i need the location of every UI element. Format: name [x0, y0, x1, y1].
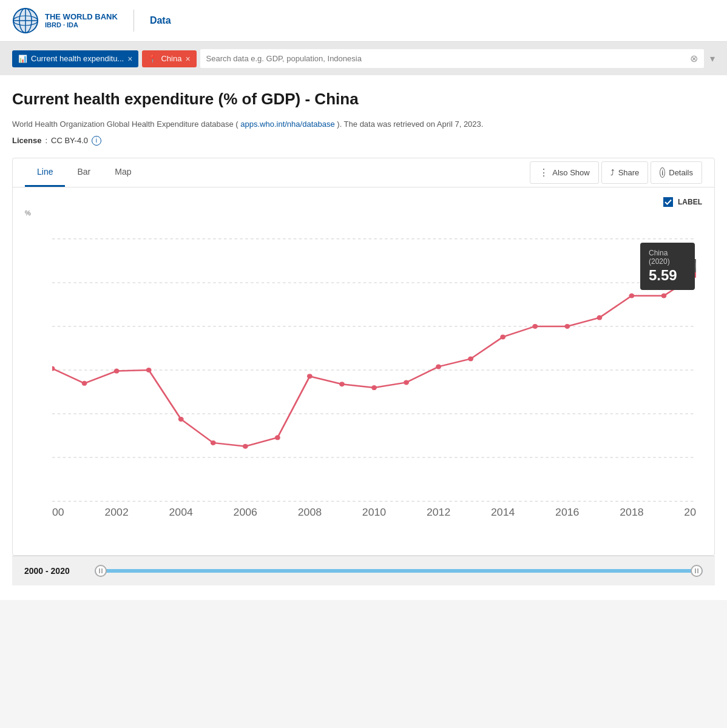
y-axis-label: % — [25, 209, 31, 217]
header-divider — [134, 10, 134, 32]
data-point — [114, 368, 120, 373]
handle-grip — [697, 568, 698, 573]
svg-text:2014: 2014 — [491, 507, 515, 518]
also-show-label: Also Show — [552, 168, 589, 177]
handle-grip — [99, 568, 100, 573]
svg-text:2020: 2020 — [684, 507, 696, 518]
license-row: License : CC BY-4.0 i — [12, 136, 715, 146]
label-row: LABEL — [25, 197, 702, 207]
source-link[interactable]: apps.who.int/nha/database — [240, 120, 334, 129]
data-point — [597, 315, 602, 320]
slider-track — [95, 569, 703, 573]
share-icon: ⤴ — [610, 168, 615, 177]
data-point — [243, 443, 248, 448]
chart-inner: LABEL % — [13, 187, 714, 555]
svg-text:2012: 2012 — [427, 507, 450, 518]
license-label: License — [12, 136, 41, 145]
data-point — [468, 356, 473, 361]
svg-text:2016: 2016 — [555, 507, 579, 518]
chart-area: % — [25, 209, 702, 549]
tab-line[interactable]: Line — [25, 158, 65, 187]
data-point — [500, 334, 506, 339]
slider-handle-left[interactable] — [95, 565, 107, 577]
data-point — [629, 293, 634, 298]
bottom-bar: 2000 - 2020 — [12, 556, 715, 585]
svg-text:2008: 2008 — [298, 507, 322, 518]
search-input[interactable] — [206, 54, 685, 63]
chart-container: Line Bar Map ⋮ Also Show ⤴ Share i Detai… — [12, 158, 715, 556]
info-icon[interactable]: i — [92, 136, 101, 146]
search-bar: 📊 Current health expenditu... × 📍 China … — [0, 42, 727, 75]
label-checkbox[interactable] — [663, 197, 673, 207]
tooltip-country: China — [649, 249, 686, 257]
range-slider[interactable] — [95, 569, 703, 573]
location-tag-close[interactable]: × — [185, 54, 190, 64]
search-input-wrapper: ⊗ — [200, 49, 704, 68]
svg-text:2002: 2002 — [104, 507, 128, 518]
chart-icon: 📊 — [18, 55, 27, 63]
search-clear-icon[interactable]: ⊗ — [690, 53, 698, 64]
data-point — [211, 440, 216, 445]
data-point — [532, 324, 538, 329]
page-title: Current health expenditure (% of GDP) - … — [12, 90, 715, 109]
svg-text:2004: 2004 — [169, 507, 193, 518]
data-point — [661, 293, 667, 298]
data-point — [436, 364, 441, 369]
data-point — [178, 417, 184, 422]
share-button[interactable]: ⤴ Share — [601, 161, 649, 184]
details-icon: i — [660, 167, 665, 178]
world-bank-logo-icon — [12, 7, 39, 34]
handle-grip — [695, 568, 696, 573]
chart-tabs: Line Bar Map ⋮ Also Show ⤴ Share i Detai… — [13, 158, 714, 187]
data-point — [307, 374, 313, 379]
data-point — [146, 368, 152, 372]
logo-text: THE WORLD BANK IBRD · IDA — [45, 12, 118, 30]
tooltip-year: (2020) — [649, 257, 686, 266]
share-label: Share — [618, 168, 640, 177]
source-text: World Health Organization Global Health … — [12, 118, 715, 131]
license-value: CC BY-4.0 — [51, 136, 88, 145]
handle-grip — [101, 568, 103, 573]
data-point — [404, 380, 409, 385]
tab-map[interactable]: Map — [103, 158, 143, 187]
header: THE WORLD BANK IBRD · IDA Data — [0, 0, 727, 42]
svg-text:2000: 2000 — [52, 507, 64, 518]
search-dropdown-icon[interactable]: ▾ — [710, 53, 715, 64]
location-icon: 📍 — [148, 55, 157, 63]
data-line — [52, 275, 696, 447]
indicator-tag-label: Current health expenditu... — [31, 54, 124, 63]
data-point — [564, 324, 570, 329]
chart-tooltip: China (2020) 5.59 — [640, 243, 695, 290]
logo-area: THE WORLD BANK IBRD · IDA Data — [12, 7, 171, 34]
indicator-tag[interactable]: 📊 Current health expenditu... × — [12, 50, 138, 67]
label-checkbox-text: LABEL — [678, 198, 702, 206]
year-range-label: 2000 - 2020 — [24, 566, 85, 576]
slider-handle-right[interactable] — [691, 565, 703, 577]
tab-actions: ⋮ Also Show ⤴ Share i Details — [530, 161, 702, 184]
tab-bar[interactable]: Bar — [65, 158, 103, 187]
svg-text:2010: 2010 — [362, 507, 386, 518]
details-label: Details — [669, 168, 693, 177]
chart-svg: 6.0 5.5 5.0 4.5 4.0 3.5 3.0 2000 2002 20… — [52, 221, 696, 519]
main-content: Current health expenditure (% of GDP) - … — [0, 75, 727, 600]
data-point — [339, 382, 345, 386]
data-point — [275, 435, 280, 440]
also-show-icon: ⋮ — [539, 167, 549, 178]
data-point — [82, 381, 87, 386]
indicator-tag-close[interactable]: × — [127, 54, 132, 64]
data-point — [371, 385, 377, 390]
data-label: Data — [150, 15, 171, 26]
details-button[interactable]: i Details — [651, 161, 702, 184]
location-tag-label: China — [161, 54, 181, 63]
tooltip-value: 5.59 — [649, 267, 686, 284]
svg-text:2018: 2018 — [620, 507, 643, 518]
also-show-button[interactable]: ⋮ Also Show — [530, 161, 598, 184]
location-tag[interactable]: 📍 China × — [142, 50, 196, 67]
svg-text:2006: 2006 — [234, 507, 257, 518]
